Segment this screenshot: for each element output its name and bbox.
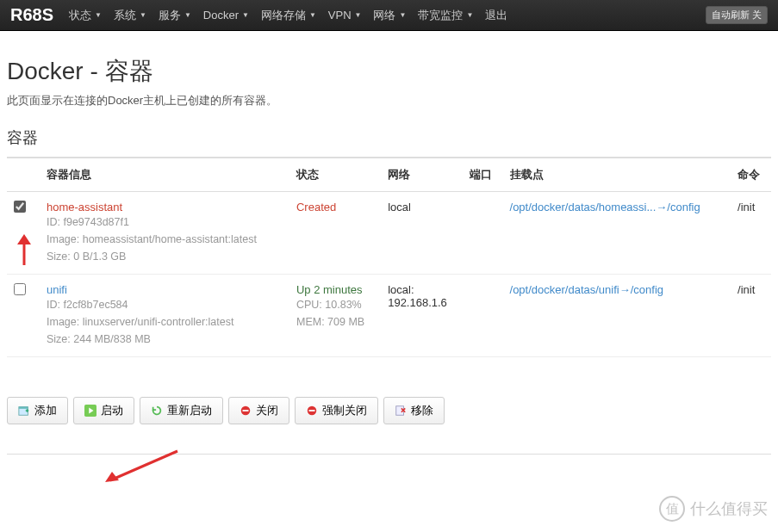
network-value: local [388, 201, 411, 213]
section-title: 容器 [7, 127, 771, 148]
restart-button[interactable]: 重新启动 [140, 397, 223, 424]
stop-icon [240, 405, 252, 417]
remove-button[interactable]: 移除 [383, 397, 445, 424]
network-ip: 192.168.1.6 [388, 296, 455, 309]
kill-icon [306, 405, 318, 417]
status-mem: MEM: 709 MB [296, 313, 374, 331]
nav-status[interactable]: 状态▼ [69, 8, 102, 23]
status-badge: Up 2 minutes [296, 283, 374, 296]
col-mounts: 挂载点 [503, 158, 731, 192]
chevron-down-icon: ▼ [355, 11, 362, 19]
chevron-down-icon: ▼ [140, 11, 146, 19]
nav-logout[interactable]: 退出 [485, 8, 507, 23]
table-row: unifi ID: f2cf8b7ec584 Image: linuxserve… [7, 275, 771, 357]
page-title: Docker - 容器 [7, 55, 771, 88]
nav-network[interactable]: 网络▼ [373, 8, 406, 23]
add-icon [18, 405, 30, 417]
remove-icon [395, 405, 407, 417]
status-badge: Created [296, 201, 336, 213]
navbar: R68S 状态▼ 系统▼ 服务▼ Docker▼ 网络存储▼ VPN▼ 网络▼ … [0, 0, 778, 31]
col-network: 网络 [381, 158, 462, 192]
auto-refresh-toggle[interactable]: 自动刷新 关 [706, 6, 768, 24]
status-cpu: CPU: 10.83% [296, 296, 374, 313]
restart-icon [151, 405, 163, 417]
nav-system[interactable]: 系统▼ [114, 8, 146, 23]
kill-button[interactable]: 强制关闭 [295, 397, 378, 424]
page-description: 此页面显示在连接的Docker主机上已创建的所有容器。 [7, 93, 771, 108]
nav-vpn[interactable]: VPN▼ [328, 9, 362, 22]
nav-docker[interactable]: Docker▼ [203, 9, 249, 22]
mount-link[interactable]: /opt/docker/datas/homeassi...→/config [510, 201, 700, 213]
chevron-down-icon: ▼ [242, 11, 249, 19]
chevron-down-icon: ▼ [466, 11, 473, 19]
nav-nas[interactable]: 网络存储▼ [261, 8, 316, 23]
command-value: /init [738, 283, 755, 296]
chevron-down-icon: ▼ [399, 11, 406, 19]
container-name-link[interactable]: unifi [47, 283, 67, 296]
add-button[interactable]: 添加 [7, 397, 68, 424]
action-bar: 添加 启动 重新启动 关闭 强制关闭 移除 [7, 392, 771, 430]
col-info: 容器信息 [40, 158, 289, 192]
svg-rect-6 [309, 410, 315, 411]
brand[interactable]: R68S [10, 5, 53, 25]
chevron-down-icon: ▼ [184, 11, 191, 19]
row-checkbox[interactable] [14, 283, 26, 295]
mount-link[interactable]: /opt/docker/datas/unifi→/config [510, 283, 664, 296]
chevron-down-icon: ▼ [309, 11, 316, 19]
start-button[interactable]: 启动 [73, 397, 134, 424]
containers-table: 容器信息 状态 网络 端口 挂载点 命令 home-assistant ID: … [7, 158, 771, 357]
col-command: 命令 [731, 158, 771, 192]
svg-rect-1 [19, 407, 28, 409]
page-content: Docker - 容器 此页面显示在连接的Docker主机上已创建的所有容器。 … [0, 31, 778, 463]
network-value: local: [388, 283, 455, 296]
container-name-link[interactable]: home-assistant [47, 201, 122, 213]
command-value: /init [738, 201, 755, 213]
row-checkbox[interactable] [14, 201, 26, 213]
col-ports: 端口 [463, 158, 503, 192]
nav-bandwidth[interactable]: 带宽监控▼ [418, 8, 473, 23]
chevron-down-icon: ▼ [95, 11, 102, 19]
nav-services[interactable]: 服务▼ [159, 8, 191, 23]
play-icon [84, 405, 96, 417]
svg-rect-4 [243, 410, 249, 411]
table-row: home-assistant ID: f9e9743d87f1 Image: h… [7, 192, 771, 275]
col-status: 状态 [289, 158, 381, 192]
stop-button[interactable]: 关闭 [228, 397, 289, 424]
